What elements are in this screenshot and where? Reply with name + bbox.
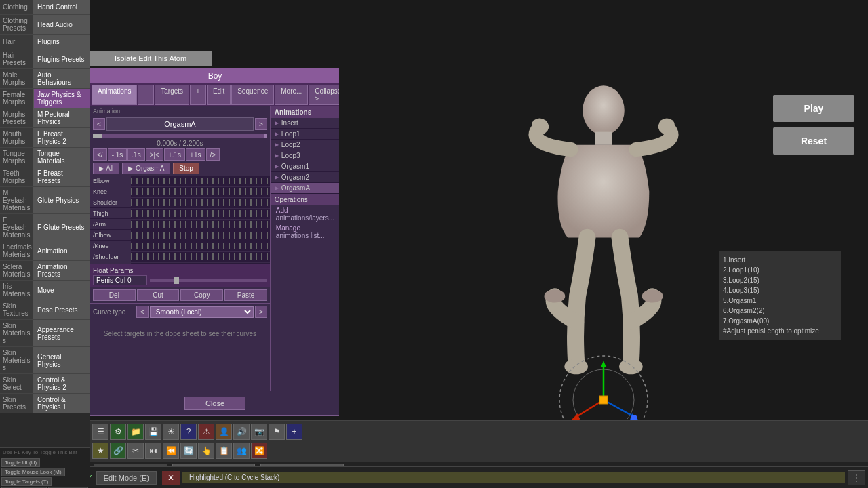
btn-center[interactable]: >|< [146,148,163,161]
sidebar-cat-19[interactable]: Skin Presets [0,394,34,413]
target-row[interactable]: Shoulder [90,197,270,208]
play-all-button[interactable]: ▶ All [93,163,119,174]
sidebar-label-15[interactable]: Pose Presets [34,300,90,319]
edit-mode-button[interactable]: Edit Mode (E) [96,471,157,485]
help-icon[interactable]: ? [180,424,197,440]
manage-animations-button[interactable]: Manage animations list... [271,223,340,241]
light-icon[interactable]: ☀ [163,424,179,440]
play-button[interactable]: Play [773,95,854,122]
prev-anim-button[interactable]: < [93,118,105,130]
next-anim-button[interactable]: > [255,118,267,130]
sidebar-cat-1[interactable]: Clothing Presets [0,15,34,34]
sidebar-cat-5[interactable]: Female Morphs [0,89,34,108]
target-row[interactable]: /Shoulder [90,251,270,262]
dialog-tab-3[interactable]: + [190,85,206,105]
btn-plus1s-big[interactable]: +1s [186,148,205,161]
sidebar-label-3[interactable]: Plugins Presets [34,49,90,68]
curve-type-select[interactable]: Smooth (Local) Linear Constant [150,306,254,318]
reset-button[interactable]: Reset [773,127,854,155]
dialog-tab-6[interactable]: More... [275,85,308,105]
pointer-icon[interactable]: 👆 [198,443,214,459]
sidebar-label-5[interactable]: Jaw Physics & Triggers [34,89,90,108]
sidebar-label-13[interactable]: Animation Presets [34,261,90,280]
shuffle-icon[interactable]: 🔀 [251,443,267,459]
btn-minus1s[interactable]: -.1s [108,148,127,161]
sidebar-cat-3[interactable]: Hair Presets [0,49,34,68]
add-icon[interactable]: + [286,424,302,440]
isolate-button[interactable]: Isolate Edit This Atom [90,51,212,66]
link-icon[interactable]: 🔗 [110,443,126,459]
sidebar-cat-7[interactable]: Mouth Morphs [0,128,34,147]
rotate-icon[interactable]: 🔄 [180,443,197,459]
camera-icon[interactable]: 📷 [251,424,267,440]
folder-icon[interactable]: 📁 [127,424,144,440]
sidebar-label-9[interactable]: F Breast Presets [34,167,90,186]
sidebar-label-16[interactable]: Appearance Presets [34,320,90,346]
float-slider-thumb[interactable] [174,277,179,284]
menu-icon[interactable]: ☰ [92,424,108,440]
sidebar-cat-16[interactable]: Skin Materials s [0,320,34,346]
play-current-button[interactable]: ▶ OrgasmA [122,163,170,174]
sidebar-label-2[interactable]: Plugins [34,35,90,49]
sidebar-cat-2[interactable]: Hair [0,35,34,49]
del-button[interactable]: Del [93,289,136,301]
stop-button[interactable]: Stop [173,163,199,174]
toggle-ui-button[interactable]: Toggle UI (U) [1,458,40,467]
rewind-icon[interactable]: ⏮ [145,443,161,459]
sidebar-cat-12[interactable]: Lacrimals Materials [0,241,34,260]
animation-name-input[interactable]: OrgasmA [106,117,254,131]
btn-plus1s[interactable]: +.1s [164,148,185,161]
clipboard-icon[interactable]: 📋 [216,443,232,459]
target-row[interactable]: /Arm [90,219,270,230]
back-icon[interactable]: ⏪ [163,443,179,459]
stack-options-button[interactable]: ⋮ [848,470,865,485]
add-animations-button[interactable]: Add animations/layers... [271,205,340,223]
sidebar-label-11[interactable]: F Glute Presets [34,214,90,241]
dialog-tab-1[interactable]: + [138,85,154,105]
target-row[interactable]: /Knee [90,241,270,251]
sidebar-label-14[interactable]: Move [34,281,90,300]
dialog-tab-0[interactable]: Animations [92,85,137,105]
person-icon[interactable]: 👤 [216,424,232,440]
cut-button[interactable]: Cut [137,289,180,301]
toggle-mouse-button[interactable]: Toggle Mouse Look (M) [1,468,65,476]
cut-icon[interactable]: ✂ [127,443,144,459]
anim-orgasm1[interactable]: ▶ Orgasm1 [271,161,340,172]
flag-icon[interactable]: ⚑ [269,424,285,440]
sidebar-cat-15[interactable]: Skin Textures [0,300,34,319]
sidebar-label-4[interactable]: Auto Behaviours [34,69,90,88]
sidebar-cat-0[interactable]: Clothing [0,0,34,14]
anim-loop1[interactable]: ▶ Loop1 [271,129,340,140]
toggle-targets-button[interactable]: Toggle Targets (T) [1,477,52,486]
curve-next-button[interactable]: > [255,306,267,318]
dialog-tab-4[interactable]: Edit [207,85,231,105]
sidebar-label-12[interactable]: Animation [34,241,90,260]
target-row[interactable]: Elbow [90,176,270,186]
sidebar-cat-8[interactable]: Tongue Morphs [0,148,34,167]
copy-button[interactable]: Copy [180,289,223,301]
dialog-tab-5[interactable]: Sequence [231,85,274,105]
sidebar-label-7[interactable]: F Breast Physics 2 [34,128,90,147]
sidebar-cat-9[interactable]: Teeth Morphs [0,167,34,186]
dialog-tab-2[interactable]: Targets [155,85,189,105]
float-param-input[interactable] [93,275,147,285]
sidebar-cat-14[interactable]: Iris Materials [0,281,34,300]
group-icon[interactable]: 👥 [233,443,250,459]
sidebar-cat-18[interactable]: Skin Select [0,374,34,393]
save-icon[interactable]: 💾 [145,424,161,440]
settings-icon[interactable]: ⚙ [110,424,126,440]
btn-plus1s-small[interactable]: .1s [127,148,144,161]
scroll-handle[interactable] [264,134,267,138]
paste-button[interactable]: Paste [224,289,267,301]
sidebar-label-10[interactable]: Glute Physics [34,187,90,214]
sidebar-cat-10[interactable]: M Eyelash Materials [0,187,34,214]
anim-orgasma[interactable]: ▶ OrgasmA [271,183,340,194]
audio-icon[interactable]: 🔊 [233,424,250,440]
sidebar-label-19[interactable]: Control & Physics 1 [34,394,90,413]
sidebar-label-0[interactable]: Hand Control [34,0,90,14]
anim-loop2[interactable]: ▶ Loop2 [271,140,340,150]
sidebar-cat-4[interactable]: Male Morphs [0,69,34,88]
close-button[interactable]: Close [184,396,245,410]
sidebar-cat-17[interactable]: Skin Materials s [0,347,34,373]
sidebar-cat-6[interactable]: Morphs Presets [0,108,34,127]
